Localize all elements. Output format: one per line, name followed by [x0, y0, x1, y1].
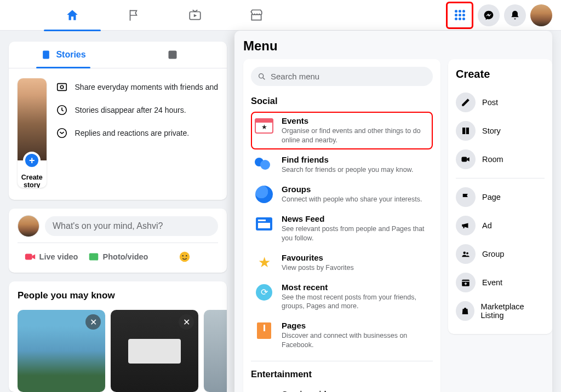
menu-panel: Menu Search menu Social Events Organise …: [234, 31, 552, 392]
watch-icon: [188, 8, 202, 22]
menu-item-desc: Discover and connect with businesses on …: [282, 331, 430, 350]
menu-item-news-feed[interactable]: News Feed See relevant posts from people…: [251, 210, 433, 247]
create-story[interactable]: Story: [456, 117, 545, 145]
story-preview-image: [18, 78, 47, 160]
stories-icon: [41, 49, 51, 60]
story-info-text-1: Share everyday moments with friends and: [75, 83, 218, 91]
home-icon: [65, 8, 79, 22]
tab-stories[interactable]: Stories: [9, 42, 118, 68]
topnav-right: [446, 2, 552, 29]
menu-item-title: Groups: [282, 185, 430, 194]
menu-item-title: Pages: [282, 321, 430, 330]
create-event-label: Event: [482, 278, 502, 287]
menu-item-events[interactable]: Events Organise or find events and other…: [251, 112, 433, 149]
pymk-title: People you may know: [18, 290, 227, 301]
flag-icon: [461, 192, 471, 202]
nav-home[interactable]: [42, 0, 103, 31]
create-title: Create: [456, 68, 545, 80]
events-icon: [254, 116, 274, 136]
create-story-label: Story: [482, 126, 501, 135]
pymk-suggestion-3[interactable]: [204, 310, 227, 392]
close-icon[interactable]: ✕: [85, 314, 101, 330]
composer-input[interactable]: What's on your mind, Ashvi?: [45, 216, 218, 236]
menu-search[interactable]: Search menu: [251, 67, 433, 86]
nav-watch[interactable]: [164, 0, 226, 31]
create-group[interactable]: Group: [456, 240, 545, 268]
pages-icon: [254, 321, 274, 341]
create-page-label: Page: [482, 193, 501, 201]
news-feed-icon: [254, 214, 274, 234]
feeling-button[interactable]: [151, 246, 218, 267]
pymk-suggestion-2[interactable]: ✕: [111, 310, 198, 392]
svg-point-10: [182, 255, 184, 256]
groups-icon: [254, 185, 274, 204]
bag-icon: [460, 306, 470, 316]
svg-point-15: [466, 252, 468, 255]
menu-item-groups[interactable]: Groups Connect with people who share you…: [251, 180, 433, 209]
menu-item-favourites[interactable]: ★ Favourites View posts by Favorites: [251, 249, 433, 277]
create-room[interactable]: Room: [456, 145, 545, 174]
menu-item-title: Gaming video: [282, 389, 430, 392]
svg-rect-2: [57, 84, 66, 91]
svg-point-11: [186, 255, 187, 256]
pymk-suggestion-1[interactable]: ✕: [18, 310, 105, 392]
reply-icon: [56, 127, 68, 139]
bell-icon: [510, 10, 520, 21]
create-post[interactable]: Post: [456, 88, 545, 117]
reels-icon: [167, 49, 178, 60]
clock-icon: [56, 104, 68, 116]
flag-icon: [127, 8, 141, 22]
menu-item-desc: View posts by Favorites: [282, 263, 430, 273]
menu-item-title: Most recent: [282, 283, 430, 292]
section-entertainment-title: Entertainment: [251, 369, 433, 379]
menu-search-placeholder: Search menu: [271, 72, 319, 81]
menu-grid-icon: [455, 10, 465, 20]
notifications-button[interactable]: [504, 4, 526, 26]
book-icon: [461, 126, 471, 136]
svg-point-12: [259, 73, 264, 78]
group-icon: [461, 249, 471, 259]
menu-button[interactable]: [449, 4, 471, 26]
messenger-button[interactable]: [478, 4, 500, 26]
menu-item-desc: Connect with people who share your inter…: [282, 195, 430, 204]
menu-item-find-friends[interactable]: Find friends Search for friends or peopl…: [251, 151, 433, 179]
svg-point-3: [60, 85, 64, 89]
create-story-tile[interactable]: + Create story: [18, 78, 47, 188]
account-avatar[interactable]: [530, 4, 552, 26]
menu-item-most-recent[interactable]: ⟳ Most recent See the most recent posts …: [251, 278, 433, 316]
composer-avatar[interactable]: [18, 215, 39, 237]
megaphone-icon: [461, 221, 471, 230]
feeling-icon: [179, 251, 191, 263]
close-icon[interactable]: ✕: [179, 314, 194, 330]
menu-item-desc: Search for friends or people you may kno…: [282, 165, 430, 175]
create-page[interactable]: Page: [456, 183, 545, 211]
menu-button-highlight: [446, 2, 473, 29]
create-marketplace-listing[interactable]: Marketplace Listing: [456, 297, 545, 325]
stories-info: Share everyday moments with friends and …: [55, 78, 218, 188]
tab-reels[interactable]: [118, 42, 227, 68]
create-post-label: Post: [482, 98, 498, 107]
photo-video-icon: [88, 251, 100, 263]
create-room-label: Room: [482, 155, 503, 164]
create-event[interactable]: Event: [456, 268, 545, 297]
gaming-video-icon: [254, 389, 274, 392]
tab-stories-label: Stories: [56, 50, 85, 60]
create-marketplace-label: Marketplace Listing: [481, 302, 545, 320]
create-ad[interactable]: Ad: [456, 211, 545, 240]
svg-rect-1: [168, 51, 176, 59]
top-navigation: [0, 0, 561, 31]
stories-card: Stories + Create story Share everyday mo…: [9, 42, 227, 200]
live-video-label: Live video: [39, 252, 78, 261]
video-icon: [461, 154, 471, 164]
nav-marketplace[interactable]: [226, 0, 287, 31]
live-video-button[interactable]: Live video: [18, 246, 84, 267]
menu-item-pages[interactable]: Pages Discover and connect with business…: [251, 316, 433, 354]
nav-pages[interactable]: [103, 0, 164, 31]
pymk-card: People you may know ✕ ✕: [9, 281, 227, 392]
photo-video-button[interactable]: Photo/video: [84, 246, 151, 267]
story-info-text-2: Stories disappear after 24 hours.: [75, 106, 186, 114]
menu-item-gaming-video[interactable]: Gaming video: [251, 385, 433, 392]
photos-icon: [56, 81, 68, 93]
menu-item-desc: Organise or find events and other things…: [282, 126, 430, 145]
menu-item-desc: See the most recent posts from your frie…: [282, 293, 430, 312]
